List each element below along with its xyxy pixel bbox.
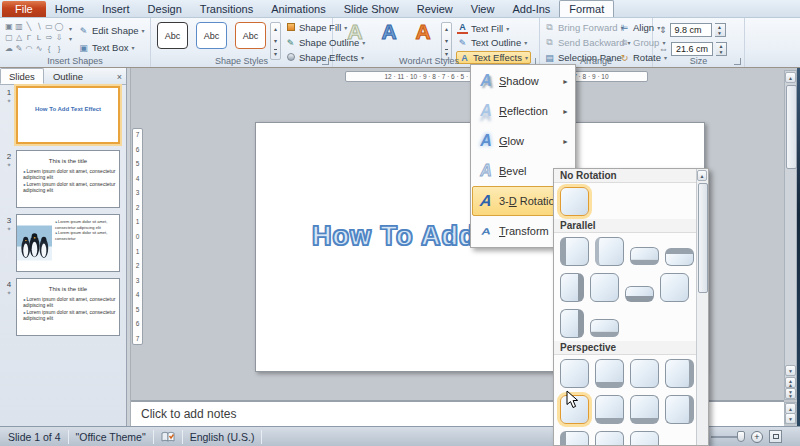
rotation-option[interactable] (590, 319, 619, 337)
scrollbar-thumb[interactable] (698, 183, 708, 293)
gallery-scrollbar[interactable]: ▲ (696, 169, 708, 446)
rotation-option[interactable] (560, 359, 589, 388)
rotation-option[interactable] (630, 395, 659, 424)
shape-height-field[interactable]: 9.8 cm (670, 23, 712, 37)
menu-item-glow[interactable]: Glow ► (472, 126, 574, 156)
rotation-option[interactable] (560, 273, 584, 302)
shape-style-sample-1[interactable]: Abc (157, 22, 188, 49)
tab-review[interactable]: Review (408, 1, 462, 17)
animation-star-icon: ✦ (4, 97, 14, 104)
rotation-option[interactable] (665, 359, 694, 388)
wordart-sample-2[interactable]: A (374, 20, 404, 52)
edit-shape-button[interactable]: ✎ Edit Shape▾ (78, 25, 145, 36)
rotation-option[interactable] (560, 237, 589, 266)
previous-slide-icon[interactable]: ▲▲ (785, 377, 796, 388)
rotation-option[interactable] (595, 431, 624, 446)
submenu-arrow-icon: ► (562, 138, 573, 145)
tab-slides[interactable]: Slides (0, 68, 44, 84)
menu-item-shadow[interactable]: Shadow ► (472, 66, 574, 96)
rotation-option[interactable] (665, 248, 694, 266)
send-backward-button[interactable]: ⧉ Send Backward▾ (544, 37, 631, 48)
slide-number: 3✦ (4, 216, 14, 232)
submenu-arrow-icon: ► (562, 108, 573, 115)
text-outline-icon: ✎ (457, 38, 468, 48)
slide-counter: Slide 1 of 4 (8, 431, 61, 443)
slides-panel: Slides Outline × 1✦ How To Add Text Effe… (0, 68, 127, 426)
tab-file[interactable]: File (2, 1, 46, 17)
tab-outline[interactable]: Outline (44, 68, 92, 84)
rotation-option[interactable] (590, 273, 619, 302)
rotation-option-selected[interactable] (560, 187, 589, 216)
zoom-controls: + (711, 430, 782, 443)
tab-home[interactable]: Home (46, 1, 93, 17)
slide-thumbnail-1[interactable]: How To Add Text Effect (16, 86, 120, 144)
scroll-up-icon[interactable]: ▲ (697, 170, 707, 181)
notes-scrollbar[interactable]: ▲ ▼ (784, 402, 797, 424)
rotation-option[interactable] (665, 395, 694, 424)
group-label: WordArt Styles (379, 56, 479, 66)
text-fill-button[interactable]: A Text Fill▾ (457, 22, 509, 34)
tab-format[interactable]: Format (559, 0, 614, 17)
wordart-sample-3[interactable]: A (408, 20, 438, 52)
width-spinner[interactable]: ▲▼ (716, 42, 727, 56)
zoom-slider-thumb[interactable] (737, 431, 745, 442)
slide-number: 4✦ (4, 280, 14, 296)
group-label: Insert Shapes (0, 56, 150, 66)
shape-gallery[interactable]: ▣▥╲∖▭◯▢△ΓL⇨⇩☁✎◠∿{} (4, 21, 64, 54)
tab-transitions[interactable]: Transitions (191, 1, 262, 17)
scroll-down-icon[interactable]: ▼ (785, 413, 796, 424)
shape-style-sample-3[interactable]: Abc (235, 22, 266, 49)
shape-gallery-scroll[interactable]: ▾▾ (66, 24, 75, 44)
shape-style-sample-2[interactable]: Abc (196, 22, 227, 49)
rotation-option[interactable] (560, 431, 589, 446)
fit-to-window-button[interactable] (769, 430, 782, 443)
panel-splitter[interactable] (127, 68, 131, 426)
zoom-in-button[interactable]: + (751, 431, 763, 443)
penguins-image (17, 215, 52, 271)
vertical-scrollbar[interactable]: ▲ ▼ ▲▲ ▼▼ (784, 70, 797, 400)
scroll-up-icon[interactable]: ▲ (785, 72, 796, 83)
rotation-option[interactable] (630, 247, 659, 265)
text-box-button[interactable]: ▣ Text Box▾ (78, 42, 134, 53)
tab-design[interactable]: Design (139, 1, 191, 17)
slide-number: 2✦ (4, 152, 14, 168)
mouse-cursor (566, 390, 579, 409)
shape-style-gallery-arrows[interactable]: ▴▾▾ (270, 22, 281, 60)
rotation-option[interactable] (595, 395, 624, 424)
text-box-icon: ▣ (78, 43, 89, 53)
shape-width-field[interactable]: 21.6 cm (671, 42, 713, 56)
close-icon[interactable]: × (117, 72, 122, 82)
scroll-down-icon[interactable]: ▼ (785, 365, 796, 376)
rotation-option[interactable] (630, 431, 659, 446)
height-spinner[interactable]: ▲▼ (715, 23, 726, 37)
tab-add-ins[interactable]: Add-Ins (503, 1, 559, 17)
tab-slide-show[interactable]: Slide Show (335, 1, 408, 17)
wordart-sample-1[interactable]: A (340, 20, 370, 52)
rotation-option[interactable] (630, 359, 659, 388)
rotation-option[interactable] (625, 286, 654, 302)
rotation-option[interactable] (595, 237, 624, 266)
tab-insert[interactable]: Insert (93, 1, 139, 17)
rotation-option[interactable] (595, 359, 624, 388)
menu-item-reflection[interactable]: Reflection ► (472, 96, 574, 126)
slide-thumbnail-2[interactable]: This is the title Lorem ipsum dolor sit … (16, 150, 120, 208)
dialog-launcher-icon[interactable] (322, 58, 329, 65)
tab-animations[interactable]: Animations (262, 1, 334, 17)
send-backward-icon: ⧉ (544, 37, 555, 48)
reflection-effect-icon (473, 102, 499, 120)
bring-forward-button[interactable]: ⧉ Bring Forward▾ (544, 22, 624, 33)
slide-thumbnail-4[interactable]: This is the title Lorem ipsum dolor sit … (16, 278, 120, 336)
next-slide-icon[interactable]: ▼▼ (785, 388, 796, 399)
ribbon: ▣▥╲∖▭◯▢△ΓL⇨⇩☁✎◠∿{} ▾▾ ✎ Edit Shape▾ ▣ Te… (0, 18, 800, 68)
slide-thumbnail-3[interactable]: Lorem ipsum dolor sit amet, consectetur … (16, 214, 120, 272)
dialog-launcher-icon[interactable] (734, 58, 741, 65)
text-fill-icon: A (457, 22, 468, 34)
group-wordart-styles: A A A ▴▾▾ A Text Fill▾ ✎ Text Outline▾ A… (333, 18, 540, 67)
tab-view[interactable]: View (462, 1, 504, 17)
text-outline-button[interactable]: ✎ Text Outline▾ (457, 37, 527, 48)
zoom-slider[interactable] (711, 436, 745, 438)
wordart-gallery-arrows[interactable]: ▴▾▾ (441, 22, 452, 60)
rotation-option[interactable] (660, 273, 689, 302)
rotation-option[interactable] (560, 309, 584, 338)
scrollbar-thumb[interactable] (786, 85, 797, 169)
